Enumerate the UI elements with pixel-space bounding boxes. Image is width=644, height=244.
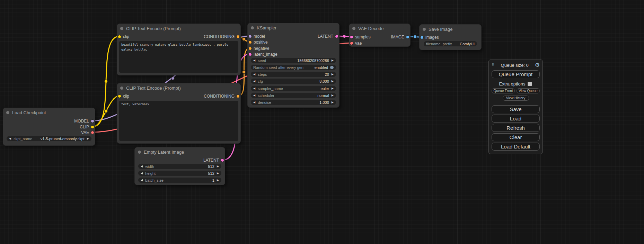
- increment-arrow-icon[interactable]: ▶: [217, 179, 219, 182]
- collapse-dot[interactable]: [120, 87, 123, 90]
- node-title-bar: Save Image: [420, 25, 481, 34]
- extra-options-checkbox[interactable]: [528, 82, 532, 86]
- node-load-checkpoint[interactable]: Load Checkpoint MODEL CLIP VAE ◀ ckpt_na…: [3, 108, 95, 146]
- node-title: CLIP Text Encode (Prompt): [126, 85, 181, 91]
- height-widget[interactable]: ◀ height 512 ▶: [138, 171, 221, 176]
- refresh-button[interactable]: Refresh: [492, 124, 540, 132]
- increment-arrow-icon[interactable]: ▶: [332, 94, 334, 97]
- decrement-arrow-icon[interactable]: ◀: [253, 101, 255, 104]
- seed-widget[interactable]: ◀ seed 156680208700286 ▶: [251, 58, 336, 63]
- samples-input-slot[interactable]: [350, 35, 353, 39]
- widget-value: ComfyUI: [460, 42, 475, 46]
- toggle-indicator-icon[interactable]: [330, 66, 334, 69]
- load-button[interactable]: Load: [492, 115, 540, 123]
- decrement-arrow-icon[interactable]: ◀: [141, 172, 143, 175]
- latent-output-slot[interactable]: [335, 35, 338, 38]
- ckpt-name-widget[interactable]: ◀ ckpt_name v1-5-pruned-emaonly.ckpt ▶: [7, 136, 91, 141]
- model-output-slot[interactable]: [91, 119, 94, 123]
- random-seed-toggle-widget[interactable]: Random seed after every gen enabled: [251, 65, 336, 70]
- increment-arrow-icon[interactable]: ▶: [332, 87, 334, 90]
- clip-input-slot[interactable]: [118, 94, 121, 98]
- decrement-arrow-icon[interactable]: ◀: [253, 80, 255, 83]
- save-button[interactable]: Save: [492, 105, 540, 113]
- conditioning-output-slot[interactable]: [236, 94, 240, 98]
- load-default-button[interactable]: Load Default: [492, 143, 540, 151]
- vae-output-slot[interactable]: [91, 131, 94, 134]
- decrement-arrow-icon[interactable]: ◀: [253, 73, 255, 76]
- queue-size-label: Queue size: 0: [495, 63, 535, 68]
- filename-prefix-widget[interactable]: filename_prefix ComfyUI: [424, 41, 477, 46]
- conditioning-output-slot[interactable]: [236, 35, 240, 38]
- decrement-arrow-icon[interactable]: ◀: [253, 94, 255, 97]
- node-save-image[interactable]: Save Image images filename_prefix ComfyU…: [419, 24, 482, 50]
- decrement-arrow-icon[interactable]: ◀: [253, 87, 255, 90]
- drag-handle-icon[interactable]: ⠿: [492, 63, 495, 67]
- image-output-label: IMAGE: [391, 35, 404, 39]
- negative-input-slot[interactable]: [248, 47, 252, 50]
- collapse-dot[interactable]: [352, 27, 355, 30]
- positive-prompt-textarea[interactable]: beautiful scenery nature glass bottle la…: [119, 41, 238, 73]
- node-clip-text-encode-negative[interactable]: CLIP Text Encode (Prompt) clip CONDITION…: [117, 83, 241, 144]
- wire-conditioning-negative-midpoint-dot: [242, 71, 246, 74]
- latent-output-slot[interactable]: [221, 159, 224, 162]
- image-output-slot[interactable]: [406, 35, 409, 39]
- conditioning-output-label: CONDITIONING: [204, 94, 235, 99]
- clear-button[interactable]: Clear: [492, 133, 540, 141]
- latent-image-input-slot[interactable]: [248, 53, 252, 56]
- comfy-menu-panel: ⠿ Queue size: 0 ⚙ Queue Prompt Extra opt…: [488, 60, 543, 154]
- node-vae-decode[interactable]: VAE Decode samples vae IMAGE: [349, 24, 411, 47]
- increment-arrow-icon[interactable]: ▶: [217, 172, 219, 175]
- increment-arrow-icon[interactable]: ▶: [332, 59, 334, 62]
- widget-value: 156680208700286: [297, 58, 329, 63]
- node-graph-canvas[interactable]: Load Checkpoint MODEL CLIP VAE ◀ ckpt_na…: [0, 0, 644, 244]
- increment-arrow-icon[interactable]: ▶: [87, 137, 89, 140]
- increment-arrow-icon[interactable]: ▶: [217, 165, 219, 168]
- collapse-dot[interactable]: [251, 26, 254, 29]
- widget-label: Random seed after every gen: [253, 65, 303, 70]
- node-empty-latent-image[interactable]: Empty Latent Image LATENT ◀ width 512 ▶ …: [134, 147, 225, 185]
- model-input-slot[interactable]: [248, 35, 252, 38]
- wire-clip-negative-midpoint-dot: [105, 110, 108, 113]
- collapse-dot[interactable]: [6, 111, 9, 114]
- increment-arrow-icon[interactable]: ▶: [332, 80, 334, 83]
- decrement-arrow-icon[interactable]: ◀: [141, 165, 143, 168]
- images-input-slot[interactable]: [420, 36, 424, 39]
- positive-input-slot[interactable]: [248, 40, 252, 44]
- width-widget[interactable]: ◀ width 512 ▶: [138, 164, 221, 169]
- decrement-arrow-icon[interactable]: ◀: [9, 137, 11, 140]
- model-output-label: MODEL: [74, 119, 89, 124]
- node-ksampler[interactable]: KSampler model positive negative latent_…: [247, 23, 339, 108]
- decrement-arrow-icon[interactable]: ◀: [253, 59, 255, 62]
- view-queue-button[interactable]: View Queue: [517, 88, 540, 93]
- queue-prompt-button[interactable]: Queue Prompt: [492, 70, 540, 78]
- settings-gear-icon[interactable]: ⚙: [535, 62, 540, 68]
- node-title-bar: KSampler: [248, 23, 339, 32]
- increment-arrow-icon[interactable]: ▶: [332, 73, 334, 76]
- decrement-arrow-icon[interactable]: ◀: [141, 179, 143, 182]
- collapse-dot[interactable]: [120, 27, 123, 30]
- collapse-dot[interactable]: [138, 151, 141, 154]
- node-clip-text-encode-positive[interactable]: CLIP Text Encode (Prompt) clip CONDITION…: [117, 24, 241, 75]
- widget-value: 512: [208, 171, 214, 175]
- wire-clip-positive-midpoint-dot: [105, 80, 108, 83]
- extra-options-label: Extra options: [499, 81, 526, 87]
- denoise-widget[interactable]: ◀ denoise 1.000 ▶: [251, 100, 336, 105]
- negative-prompt-textarea[interactable]: text, watermark: [119, 101, 238, 141]
- collapse-dot[interactable]: [423, 28, 426, 31]
- widget-label: seed: [258, 58, 266, 63]
- clip-input-slot[interactable]: [118, 35, 121, 38]
- vae-input-slot[interactable]: [350, 42, 353, 45]
- queue-front-button[interactable]: Queue Front: [492, 88, 515, 93]
- clip-output-slot[interactable]: [91, 125, 94, 129]
- widget-value: euler: [320, 87, 329, 91]
- increment-arrow-icon[interactable]: ▶: [332, 101, 334, 104]
- latent-output-label: LATENT: [318, 34, 333, 39]
- node-title: Empty Latent Image: [144, 150, 184, 155]
- sampler-name-widget[interactable]: ◀ sampler_name euler ▶: [251, 86, 336, 91]
- cfg-widget[interactable]: ◀ cfg 8.000 ▶: [251, 79, 336, 84]
- scheduler-widget[interactable]: ◀ scheduler normal ▶: [251, 93, 336, 98]
- node-title-bar: VAE Decode: [349, 24, 410, 33]
- batch-size-widget[interactable]: ◀ batch_size 1 ▶: [138, 178, 221, 183]
- steps-widget[interactable]: ◀ steps 20 ▶: [251, 72, 336, 77]
- view-history-button[interactable]: View History: [503, 96, 529, 101]
